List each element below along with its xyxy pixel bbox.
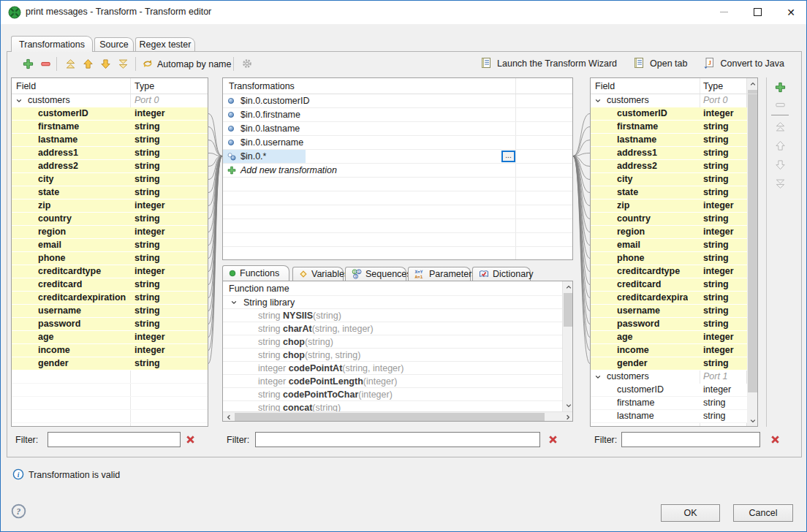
add-output-field-button[interactable]	[773, 80, 787, 94]
move-to-top-button[interactable]	[62, 56, 78, 72]
tab-variables[interactable]: Variables	[292, 267, 344, 281]
move-down-button[interactable]	[97, 56, 113, 72]
input-field-row[interactable]: password string	[12, 318, 208, 331]
function-row[interactable]: string chop(string, string)	[223, 349, 562, 362]
output-field-row[interactable]: customerID integer	[591, 384, 747, 397]
scrollbar-thumb[interactable]	[235, 413, 545, 421]
scroll-down-arrow[interactable]	[563, 400, 573, 411]
input-field-row[interactable]: phone string	[12, 252, 208, 265]
ok-button[interactable]: OK	[661, 504, 720, 522]
input-field-row[interactable]: region integer	[12, 226, 208, 239]
input-field-row[interactable]: gender string	[12, 357, 208, 370]
input-field-row[interactable]: state string	[12, 186, 208, 200]
input-field-row[interactable]: country string	[12, 213, 208, 226]
output-field-row[interactable]: country string	[591, 213, 747, 226]
function-row[interactable]: string NYSIIS(string)	[223, 309, 562, 322]
function-row[interactable]: string charAt(string, integer)	[223, 322, 562, 335]
open-tab-button[interactable]: Open tab	[650, 58, 687, 69]
scrollbar-thumb[interactable]	[748, 90, 757, 392]
convert-to-java-button[interactable]: Convert to Java	[720, 58, 784, 69]
output-field-row[interactable]: income integer	[591, 344, 747, 357]
automap-label[interactable]: Automap by name	[157, 59, 231, 69]
input-field-row[interactable]: city string	[12, 173, 208, 186]
output-field-row[interactable]: creditcardtype integer	[591, 265, 747, 278]
output-field-row[interactable]: phone string	[591, 252, 747, 265]
output-field-row[interactable]: gender string	[591, 357, 747, 370]
input-field-row[interactable]: username string	[12, 305, 208, 318]
scroll-down-arrow[interactable]	[747, 415, 758, 426]
scroll-up-arrow[interactable]	[563, 281, 573, 292]
input-field-row[interactable]: creditcardexpiration string	[12, 292, 208, 305]
function-row[interactable]: integer codePointAt(string, integer)	[223, 362, 562, 375]
output-field-row[interactable]: lastname string	[591, 134, 747, 147]
function-row[interactable]: string chop(string)	[223, 335, 562, 349]
output-field-row[interactable]: age integer	[591, 331, 747, 344]
scroll-left-arrow[interactable]	[223, 412, 234, 422]
output-field-row[interactable]: address1 string	[591, 147, 747, 160]
right-filter-clear-button[interactable]	[770, 434, 781, 445]
right-filter-input[interactable]	[621, 432, 760, 447]
output-field-row[interactable]: email string	[591, 239, 747, 252]
input-field-row[interactable]: customerID integer	[12, 107, 208, 121]
input-field-row[interactable]: firstname string	[12, 121, 208, 134]
transformation-row[interactable]: $in.0.*...	[223, 150, 572, 164]
input-field-row[interactable]: income integer	[12, 344, 208, 357]
function-row[interactable]: string concat(string)	[223, 401, 562, 411]
close-button[interactable]: ✕	[774, 1, 807, 23]
move-to-bottom-button[interactable]	[115, 56, 131, 72]
middle-filter-clear-button[interactable]	[548, 434, 558, 445]
functions-vertical-scrollbar[interactable]	[562, 281, 573, 411]
tab-regex-tester[interactable]: Regex tester	[135, 37, 195, 51]
record-row[interactable]: customers Port 0	[12, 94, 208, 107]
function-row[interactable]: string codePointToChar(integer)	[223, 388, 562, 401]
output-field-row[interactable]: username string	[591, 305, 747, 318]
remove-transformation-button[interactable]	[37, 56, 53, 72]
tab-functions[interactable]: Functions	[222, 265, 289, 281]
input-field-row[interactable]: zip integer	[12, 200, 208, 213]
middle-filter-input[interactable]	[255, 432, 540, 447]
output-field-row[interactable]: city string	[591, 173, 747, 186]
left-filter-clear-button[interactable]	[185, 434, 196, 445]
output-field-row[interactable]: creditcardexpiration string	[591, 292, 747, 305]
transformation-row[interactable]: $in.0.username	[223, 136, 572, 150]
tab-sequences[interactable]: 013Sequences	[345, 267, 406, 281]
output-field-row[interactable]: lastname string	[591, 410, 747, 423]
launch-wizard-button[interactable]: Launch the Transform Wizard	[497, 58, 617, 69]
scrollbar-thumb[interactable]	[564, 293, 572, 327]
output-field-row[interactable]: region integer	[591, 226, 747, 239]
automap-button[interactable]	[140, 56, 156, 72]
input-field-row[interactable]: email string	[12, 239, 208, 252]
tab-transformations[interactable]: Transformations	[11, 36, 93, 52]
scroll-right-arrow[interactable]	[562, 412, 573, 422]
input-field-row[interactable]: creditcard string	[12, 278, 208, 292]
transformation-row[interactable]: $in.0.firstname	[223, 108, 572, 122]
string-library-node[interactable]: String library	[223, 296, 562, 309]
input-field-row[interactable]: address2 string	[12, 160, 208, 173]
help-button[interactable]: ?	[11, 503, 26, 519]
tab-dictionary[interactable]: Dictionary	[472, 267, 531, 281]
function-row[interactable]: integer codePointLength(integer)	[223, 375, 562, 388]
input-field-row[interactable]: address1 string	[12, 147, 208, 160]
output-vertical-scrollbar[interactable]	[746, 78, 758, 426]
move-up-button[interactable]	[80, 56, 96, 72]
edit-transformation-button[interactable]: ...	[501, 151, 515, 162]
output-field-row[interactable]: creditcard string	[591, 278, 747, 292]
tab-parameters[interactable]: X=YA=1Parameters	[408, 267, 471, 281]
maximize-button[interactable]	[740, 1, 774, 23]
add-transformation-button[interactable]	[20, 56, 36, 72]
output-field-row[interactable]: state string	[591, 186, 747, 200]
input-field-row[interactable]: creditcardtype integer	[12, 265, 208, 278]
transformation-row[interactable]: $in.0.lastname	[223, 122, 572, 136]
output-field-row[interactable]: zip integer	[591, 200, 747, 213]
functions-horizontal-scrollbar[interactable]	[223, 411, 573, 422]
output-field-row[interactable]: password string	[591, 318, 747, 331]
transformation-row[interactable]: $in.0.customerID	[223, 94, 572, 108]
output-field-row[interactable]: firstname string	[591, 397, 747, 410]
add-new-transformation-row[interactable]: Add new transformation	[223, 164, 572, 178]
input-field-row[interactable]: lastname string	[12, 134, 208, 147]
output-field-row[interactable]: address2 string	[591, 160, 747, 173]
left-filter-input[interactable]	[48, 432, 181, 447]
output-field-row[interactable]: customerID integer	[591, 107, 747, 121]
tab-source[interactable]: Source	[94, 37, 134, 51]
cancel-button[interactable]: Cancel	[733, 504, 793, 522]
